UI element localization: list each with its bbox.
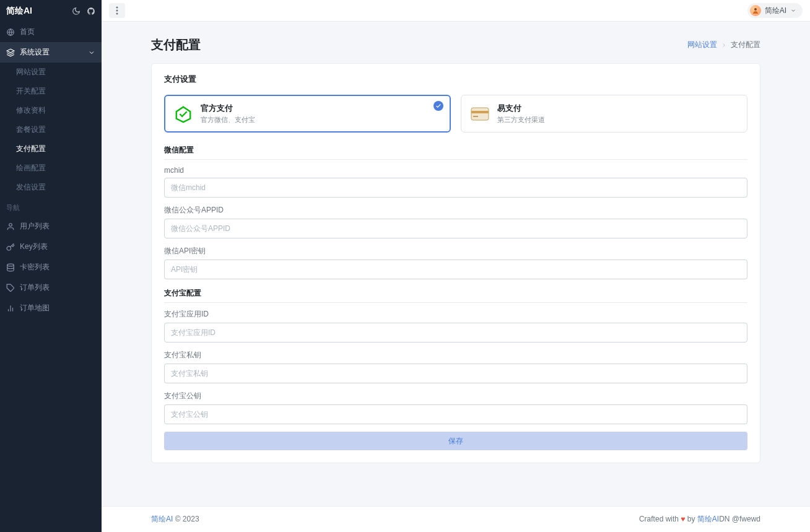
pay-options: 官方支付 官方微信、支付宝 易支付 第三方支付渠道 — [164, 95, 747, 133]
alipay-private-input[interactable] — [164, 364, 747, 383]
nav-section-title: 导航 — [0, 197, 102, 216]
nav-key-list[interactable]: Key列表 — [0, 237, 102, 257]
footer: 简绘AI © 2023 Crafted with ♥ by 简绘AIDN @fw… — [102, 506, 810, 532]
svg-point-11 — [116, 13, 118, 15]
nav-sub-send[interactable]: 发信设置 — [0, 178, 102, 197]
nav-card-list[interactable]: 卡密列表 — [0, 257, 102, 277]
svg-rect-15 — [471, 111, 489, 113]
layers-icon — [6, 48, 15, 57]
user-icon — [6, 222, 15, 231]
tag-icon — [6, 284, 15, 292]
chevron-down-icon — [790, 7, 796, 14]
topbar: 简绘AI — [102, 0, 810, 22]
chart-icon — [6, 304, 15, 313]
dots-vertical-icon — [116, 6, 118, 15]
check-badge-icon — [433, 101, 443, 111]
nav-order-map[interactable]: 订单地图 — [0, 298, 102, 318]
nav-user-list[interactable]: 用户列表 — [0, 216, 102, 237]
settings-card: 支付设置 官方支付 官方微信、支付宝 — [151, 63, 760, 463]
pay-option-title: 官方支付 — [201, 103, 255, 114]
wechat-mchid-label: mchid — [164, 166, 747, 175]
nav-system-settings[interactable]: 系统设置 — [0, 42, 102, 63]
svg-point-3 — [9, 223, 12, 226]
home-icon — [6, 28, 15, 37]
nav-sub-payment[interactable]: 支付配置 — [0, 139, 102, 159]
brand-logo: 简绘AI — [6, 6, 32, 17]
alipay-public-input[interactable] — [164, 404, 747, 424]
sidebar-header: 简绘AI — [0, 0, 102, 22]
alipay-public-label: 支付宝公钥 — [164, 391, 747, 401]
nav-sub-draw[interactable]: 绘画配置 — [0, 159, 102, 178]
github-icon[interactable] — [87, 7, 95, 15]
wechat-apikey-label: 微信API密钥 — [164, 246, 747, 256]
pay-option-official[interactable]: 官方支付 官方微信、支付宝 — [164, 95, 451, 133]
wechat-section-title: 微信配置 — [164, 145, 747, 160]
wechat-mchid-input[interactable] — [164, 178, 747, 198]
wechat-appid-label: 微信公众号APPID — [164, 205, 747, 216]
nav-sub-site[interactable]: 网站设置 — [0, 63, 102, 82]
svg-point-10 — [116, 10, 118, 12]
alipay-private-label: 支付宝私钥 — [164, 350, 747, 360]
pay-option-title: 易支付 — [497, 103, 545, 114]
alipay-appid-label: 支付宝应用ID — [164, 309, 747, 320]
menu-dots-button[interactable] — [109, 3, 125, 18]
footer-right: Crafted with ♥ by 简绘AIDN @fwewd — [639, 514, 760, 525]
chevron-down-icon — [88, 49, 95, 56]
pay-option-desc: 第三方支付渠道 — [497, 115, 545, 124]
breadcrumb-current: 支付配置 — [731, 40, 760, 50]
page-header: 支付配置 网站设置 支付配置 — [102, 22, 810, 63]
svg-marker-2 — [7, 49, 14, 53]
svg-rect-14 — [471, 108, 489, 120]
card-pay-icon — [470, 104, 490, 124]
wechat-apikey-input[interactable] — [164, 259, 747, 279]
nav-sub-package[interactable]: 套餐设置 — [0, 120, 102, 139]
footer-left: 简绘AI © 2023 — [151, 514, 199, 525]
nav-sub-switch[interactable]: 开关配置 — [0, 82, 102, 101]
database-icon — [6, 263, 15, 272]
wechat-appid-input[interactable] — [164, 219, 747, 238]
svg-point-4 — [7, 264, 14, 266]
svg-rect-16 — [473, 116, 478, 117]
alipay-section-title: 支付宝配置 — [164, 288, 747, 303]
pay-option-yipay[interactable]: 易支付 第三方支付渠道 — [461, 95, 747, 133]
chevron-right-icon — [721, 42, 727, 48]
sidebar: 简绘AI 首页 系统设置 网站设置 开关配置 修改资料 — [0, 0, 102, 532]
footer-brand-link[interactable]: 简绘AI — [151, 515, 173, 523]
breadcrumb: 网站设置 支付配置 — [687, 40, 760, 50]
alipay-appid-input[interactable] — [164, 323, 747, 342]
card-title: 支付设置 — [164, 74, 747, 85]
page-title: 支付配置 — [151, 37, 201, 53]
breadcrumb-parent[interactable]: 网站设置 — [687, 40, 717, 50]
avatar-icon — [750, 5, 761, 16]
main: 简绘AI 支付配置 网站设置 支付配置 支付设置 — [102, 0, 810, 532]
theme-toggle-icon[interactable] — [72, 7, 81, 15]
nav-home[interactable]: 首页 — [0, 22, 102, 42]
nav-sub-profile[interactable]: 修改资料 — [0, 101, 102, 120]
footer-author-link[interactable]: 简绘AI — [697, 515, 719, 523]
pay-option-desc: 官方微信、支付宝 — [201, 115, 255, 124]
save-button[interactable]: 保存 — [164, 432, 747, 450]
key-icon — [6, 243, 15, 251]
svg-point-9 — [116, 7, 118, 9]
wechat-pay-icon — [173, 104, 193, 124]
nav: 首页 系统设置 网站设置 开关配置 修改资料 套餐设置 支付配置 绘画配置 发信… — [0, 22, 102, 532]
content: 支付设置 官方支付 官方微信、支付宝 — [102, 63, 810, 506]
nav-order-list[interactable]: 订单列表 — [0, 277, 102, 298]
svg-point-12 — [754, 8, 757, 11]
user-menu[interactable]: 简绘AI — [747, 3, 803, 18]
